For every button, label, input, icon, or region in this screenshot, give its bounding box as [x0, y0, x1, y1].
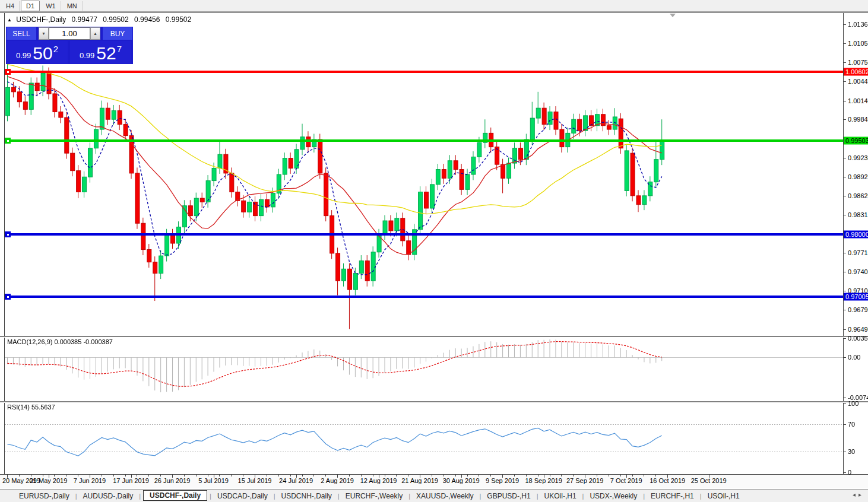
- symbol-label: USDCHF-,Daily: [16, 15, 66, 24]
- timeframe-button-w1[interactable]: W1: [41, 1, 61, 11]
- chart-tab-gbpusd-h1[interactable]: GBPUSD-,H1: [483, 491, 534, 501]
- tab-scroll-arrows[interactable]: ◂▸: [853, 491, 864, 498]
- rsi-label: RSI(14) 55.5637: [7, 403, 55, 411]
- volume-increase-button[interactable]: ▲: [90, 27, 100, 40]
- time-minor-tick: [325, 475, 326, 476]
- chart-tab-usoil-h1[interactable]: USOil-,H1: [704, 491, 743, 501]
- chart-shift-marker-icon: [670, 14, 676, 17]
- time-minor-tick: [19, 475, 20, 476]
- macd-pane-separator: [0, 336, 868, 338]
- timeframe-toolbar: H4D1W1MN: [0, 0, 868, 12]
- time-minor-tick: [113, 475, 114, 476]
- time-axis[interactable]: 20 May 201929 May 20197 Jun 201917 Jun 2…: [0, 475, 868, 488]
- timeframe-button-d1[interactable]: D1: [21, 1, 40, 11]
- ohlc-open: 0.99477: [72, 15, 97, 24]
- time-tick-mark: [214, 475, 214, 478]
- sell-price-small: 0.99: [16, 51, 31, 60]
- price-tick-label: 1.01360: [848, 21, 868, 28]
- chart-tab-usdcnh-daily[interactable]: USDCNH-,Daily: [278, 491, 335, 501]
- time-tick-label: 24 Jul 2019: [279, 477, 313, 484]
- axis-tick-mark: [843, 424, 846, 425]
- tab-separator: |: [643, 493, 645, 500]
- sell-button[interactable]: SELL: [7, 27, 36, 40]
- chart-tab-xauusd-weekly[interactable]: XAUUSD-,Weekly: [413, 491, 477, 501]
- volume-decrease-button[interactable]: ▼: [39, 27, 49, 40]
- price-level-badge: 0.99503: [844, 136, 868, 144]
- price-level-badge: 1.00602: [844, 68, 868, 75]
- chart-tab-eurusd-daily[interactable]: EURUSD-,Daily: [15, 491, 73, 501]
- tab-separator: |: [139, 493, 141, 500]
- rsi-pane-separator: [0, 401, 868, 403]
- ohlc-high: 0.99502: [103, 15, 128, 24]
- price-tick-label: 0.96490: [848, 326, 868, 333]
- time-minor-tick: [137, 475, 137, 476]
- time-minor-tick: [243, 475, 243, 476]
- time-minor-tick: [573, 475, 574, 476]
- tab-scroll-left-icon[interactable]: ◂: [853, 491, 859, 498]
- timeframe-button-mn[interactable]: MN: [62, 1, 83, 11]
- chart-tab-usdcad-daily[interactable]: USDCAD-,Daily: [214, 491, 271, 501]
- time-minor-tick: [432, 475, 432, 476]
- time-minor-tick: [632, 475, 633, 476]
- time-tick-label: 27 Sep 2019: [566, 477, 603, 484]
- buy-button[interactable]: BUY: [103, 27, 132, 40]
- axis-tick-mark: [843, 253, 846, 253]
- chart-tab-usdchf-daily[interactable]: USDCHF-,Daily: [143, 490, 207, 501]
- time-tick-label: 7 Jun 2019: [74, 477, 106, 484]
- time-tick-mark: [296, 475, 297, 478]
- chart-tab-eurchf-h1[interactable]: EURCHF-,H1: [647, 491, 698, 501]
- ohlc-low: 0.99456: [134, 15, 160, 24]
- buy-price-box[interactable]: 0.99 52 7: [70, 41, 131, 63]
- price-tick-label: 0.99840: [848, 116, 868, 123]
- time-tick-label: 18 Sep 2019: [525, 477, 562, 484]
- timeframe-button-h4[interactable]: H4: [1, 1, 20, 11]
- time-minor-tick: [267, 475, 267, 476]
- chart-tab-audusd-daily[interactable]: AUDUSD-,Daily: [80, 491, 137, 501]
- axis-tick-mark: [843, 81, 846, 82]
- time-minor-tick: [408, 475, 408, 476]
- time-minor-tick: [526, 475, 527, 476]
- rsi-tick-label: 30: [848, 448, 855, 455]
- time-tick-label: 7 Oct 2019: [610, 477, 642, 484]
- axis-tick-mark: [843, 196, 846, 196]
- axis-tick-mark: [843, 291, 846, 291]
- axis-tick-mark: [843, 472, 846, 473]
- time-tick-label: 26 Jun 2019: [154, 477, 191, 484]
- time-minor-tick: [184, 475, 185, 476]
- time-minor-tick: [490, 475, 491, 476]
- time-minor-tick: [160, 475, 161, 476]
- axis-tick-mark: [843, 403, 846, 404]
- time-tick-label: 21 Aug 2019: [401, 477, 438, 484]
- axis-tick-mark: [843, 101, 846, 101]
- volume-input[interactable]: [49, 27, 90, 40]
- time-minor-tick: [455, 475, 456, 476]
- time-minor-tick: [655, 475, 656, 476]
- chart-tab-usdx-weekly[interactable]: USDX-,Weekly: [586, 491, 641, 501]
- price-chart-canvas[interactable]: [5, 13, 843, 475]
- time-minor-tick: [54, 475, 55, 476]
- sell-price-box[interactable]: 0.99 50 2: [7, 41, 68, 63]
- axis-tick-mark: [843, 62, 846, 63]
- time-tick-label: 5 Jul 2019: [198, 477, 229, 484]
- time-tick-mark: [544, 475, 544, 478]
- rsi-tick-label: 70: [848, 421, 855, 428]
- time-minor-tick: [443, 475, 444, 476]
- axis-tick-mark: [843, 119, 846, 120]
- time-minor-tick: [125, 475, 126, 476]
- one-click-trading-panel: SELL ▼ ▲ BUY 0.99 50 2: [6, 27, 133, 64]
- axis-tick-mark: [843, 398, 846, 398]
- time-minor-tick: [385, 475, 385, 476]
- chart-tab-eurchf-weekly[interactable]: EURCHF-,Weekly: [342, 491, 406, 501]
- time-tick-label: 12 Aug 2019: [360, 477, 397, 484]
- chart-ohlc-header: ▲ USDCHF-,Daily 0.99477 0.99502 0.99456 …: [7, 15, 191, 24]
- axis-tick-mark: [843, 452, 846, 452]
- time-minor-tick: [550, 475, 550, 476]
- axis-tick-mark: [843, 357, 846, 358]
- chart-tab-ukoil-h1[interactable]: UKOil-,H1: [541, 491, 580, 501]
- tab-separator: |: [480, 493, 481, 500]
- time-minor-tick: [597, 475, 597, 476]
- time-minor-tick: [585, 475, 585, 476]
- time-minor-tick: [561, 475, 562, 476]
- tab-scroll-right-icon[interactable]: ▸: [859, 491, 864, 498]
- time-minor-tick: [538, 475, 538, 476]
